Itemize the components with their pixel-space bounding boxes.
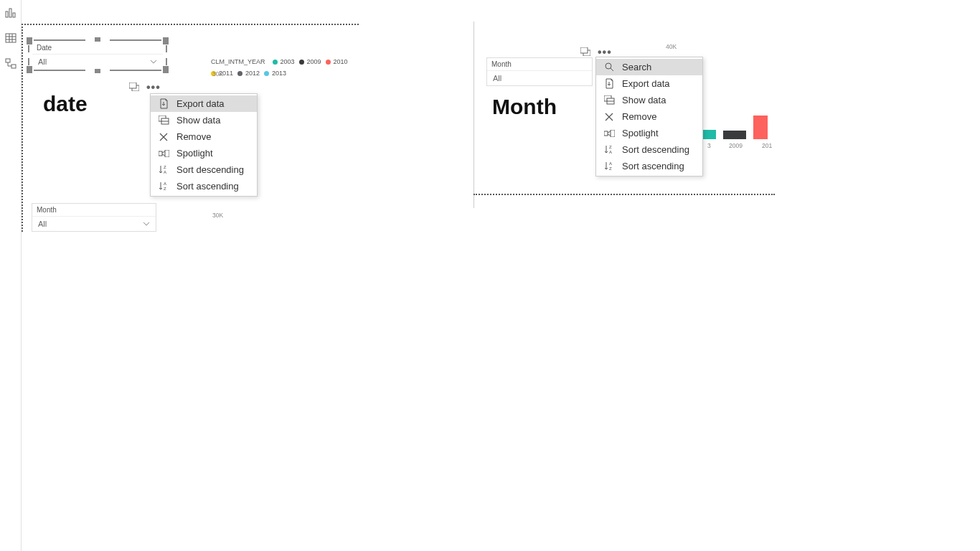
svg-rect-26 xyxy=(580,47,588,53)
slicer-month-right[interactable]: Month All xyxy=(486,57,593,86)
menu-sort-descending[interactable]: ZA Sort descending xyxy=(596,141,702,158)
chevron-down-icon xyxy=(150,58,157,65)
legend-item-2012[interactable]: 2012 xyxy=(237,70,260,77)
svg-text:A: A xyxy=(164,170,166,174)
svg-text:Z: Z xyxy=(609,145,612,149)
export-icon xyxy=(603,78,615,89)
svg-text:A: A xyxy=(164,182,166,186)
slicer-date[interactable]: Date All xyxy=(32,42,163,69)
menu-sort-ascending[interactable]: AZ Sort ascending xyxy=(151,178,257,194)
chart-legend: CLM_INTM_YEAR 2003 2009 2010 2011 2012 2… xyxy=(211,58,359,77)
svg-text:A: A xyxy=(609,150,612,154)
menu-show-data[interactable]: Show data xyxy=(151,112,257,128)
svg-line-36 xyxy=(608,131,611,133)
svg-rect-12 xyxy=(129,83,136,88)
legend-title: CLM_INTM_YEAR xyxy=(211,58,265,65)
svg-line-37 xyxy=(608,134,611,136)
report-canvas-left: Date All ••• date CLM_INTM_YEAR 2003 200… xyxy=(22,24,359,232)
svg-point-27 xyxy=(606,63,611,69)
menu-sort-descending[interactable]: ZA Sort descending xyxy=(151,161,257,178)
menu-sort-ascending[interactable]: AZ Sort ascending xyxy=(596,158,702,174)
context-menu-left: Export data Show data Remove Spotlight Z… xyxy=(150,93,258,197)
svg-rect-8 xyxy=(6,59,10,62)
svg-rect-3 xyxy=(6,34,16,42)
canvas-border-bottom xyxy=(473,194,775,204)
svg-text:Z: Z xyxy=(164,165,166,169)
svg-text:Z: Z xyxy=(609,166,612,171)
legend-item-2003[interactable]: 2003 xyxy=(273,58,295,65)
bar-label-b: 2009 xyxy=(729,142,743,149)
report-view-button[interactable] xyxy=(3,4,19,20)
export-icon xyxy=(158,98,169,109)
remove-icon xyxy=(158,133,169,141)
slicer-month-dropdown[interactable]: All xyxy=(487,71,592,85)
slicer-date-field: Date xyxy=(32,42,163,55)
remove-icon xyxy=(603,113,615,121)
chart-bars xyxy=(703,115,768,139)
legend-item-2010[interactable]: 2010 xyxy=(326,58,348,65)
slicer-month-field: Month xyxy=(32,204,156,217)
menu-export-data[interactable]: Export data xyxy=(596,75,702,92)
menu-search[interactable]: Search xyxy=(596,59,702,75)
chevron-down-icon xyxy=(143,220,150,227)
svg-text:Z: Z xyxy=(164,187,166,191)
search-icon xyxy=(603,62,615,72)
legend-item-2009[interactable]: 2009 xyxy=(299,58,321,65)
slicer-month-field: Month xyxy=(487,58,592,71)
sort-desc-icon: ZA xyxy=(158,165,169,174)
svg-rect-19 xyxy=(165,150,169,157)
y-axis-30k: 30K xyxy=(212,70,223,77)
title-month: Month xyxy=(492,95,557,119)
more-options-icon[interactable]: ••• xyxy=(598,50,612,55)
slicer-month-value: All xyxy=(493,74,501,83)
bar-2003[interactable] xyxy=(703,130,716,139)
slicer-date-dropdown[interactable]: All xyxy=(32,55,163,69)
data-view-button[interactable] xyxy=(3,30,19,46)
menu-spotlight[interactable]: Spotlight xyxy=(596,125,702,141)
svg-line-28 xyxy=(611,68,613,71)
svg-rect-9 xyxy=(11,65,16,68)
sort-asc-icon: AZ xyxy=(603,161,615,171)
model-view-button[interactable] xyxy=(3,56,19,72)
menu-export-data[interactable]: Export data xyxy=(151,95,257,112)
svg-rect-0 xyxy=(6,11,8,17)
sort-asc-icon: AZ xyxy=(158,182,169,191)
focus-mode-icon[interactable] xyxy=(580,46,590,59)
view-rail xyxy=(0,0,22,551)
model-icon xyxy=(5,58,17,70)
svg-text:A: A xyxy=(609,161,612,166)
svg-line-20 xyxy=(162,151,165,153)
spotlight-icon xyxy=(603,130,615,137)
legend-item-2013[interactable]: 2013 xyxy=(264,70,286,77)
svg-rect-18 xyxy=(159,151,162,156)
menu-show-data[interactable]: Show data xyxy=(596,92,702,108)
slicer-date-selection[interactable]: Date All xyxy=(28,39,167,71)
svg-rect-1 xyxy=(9,9,11,17)
menu-remove[interactable]: Remove xyxy=(151,128,257,145)
sort-desc-icon: ZA xyxy=(603,145,615,154)
y-axis-40k: 40K xyxy=(666,43,677,50)
menu-spotlight[interactable]: Spotlight xyxy=(151,145,257,161)
slicer-date-value: All xyxy=(38,57,47,66)
slicer-month-left[interactable]: Month All xyxy=(32,203,156,232)
show-data-icon xyxy=(158,116,169,125)
bar-label-c: 201 xyxy=(762,142,772,149)
slicer-month-value: All xyxy=(38,220,47,228)
visual-header-left: ••• xyxy=(129,81,161,94)
slicer-month-dropdown[interactable]: All xyxy=(32,217,156,231)
spotlight-icon xyxy=(158,150,169,157)
title-date: date xyxy=(43,92,88,116)
panel-divider xyxy=(473,22,474,208)
bar-chart-icon xyxy=(5,6,17,18)
svg-rect-2 xyxy=(13,13,15,17)
menu-remove[interactable]: Remove xyxy=(596,108,702,125)
more-options-icon[interactable]: ••• xyxy=(146,85,161,90)
y-axis-30k-b: 30K xyxy=(212,212,223,219)
svg-rect-35 xyxy=(611,130,615,137)
bar-label-a: 3 xyxy=(707,142,711,149)
bar-201x[interactable] xyxy=(753,116,768,139)
context-menu-right: Search Export data Show data Remove Spot… xyxy=(595,57,703,176)
bar-2009[interactable] xyxy=(723,131,746,139)
table-icon xyxy=(5,32,17,44)
focus-mode-icon[interactable] xyxy=(129,81,139,94)
